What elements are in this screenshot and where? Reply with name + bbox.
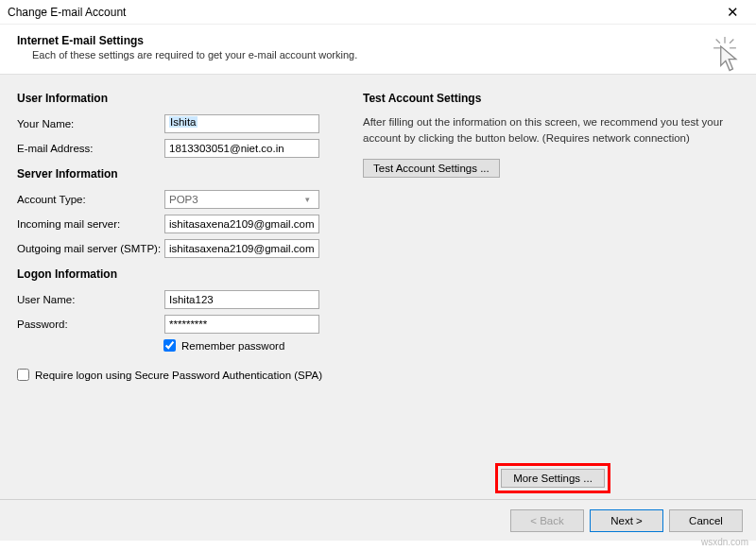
row-account-type: Account Type: POP3 ▾ bbox=[17, 190, 350, 209]
spa-checkbox[interactable] bbox=[17, 369, 29, 381]
remember-password-label: Remember password bbox=[181, 340, 284, 352]
chevron-down-icon: ▾ bbox=[300, 192, 315, 207]
account-type-label: Account Type: bbox=[17, 194, 164, 205]
row-outgoing: Outgoing mail server (SMTP): bbox=[17, 239, 350, 258]
outgoing-label: Outgoing mail server (SMTP): bbox=[17, 243, 164, 254]
row-incoming: Incoming mail server: bbox=[17, 215, 350, 233]
server-info-title: Server Information bbox=[17, 167, 350, 181]
svg-line-3 bbox=[716, 39, 720, 43]
header-heading: Internet E-mail Settings bbox=[17, 34, 739, 47]
email-label: E-mail Address: bbox=[17, 143, 164, 154]
titlebar: Change E-mail Account ✕ bbox=[0, 0, 756, 25]
password-field[interactable] bbox=[164, 315, 319, 334]
logon-info-title: Logon Information bbox=[17, 267, 350, 281]
body: User Information Your Name: Ishita E-mai… bbox=[0, 75, 756, 499]
remember-password-row: Remember password bbox=[163, 339, 350, 352]
row-password: Password: bbox=[17, 315, 350, 334]
back-button: < Back bbox=[510, 509, 584, 532]
email-field[interactable] bbox=[164, 139, 319, 158]
incoming-field[interactable] bbox=[164, 215, 319, 233]
window-title: Change E-mail Account bbox=[8, 6, 126, 19]
test-account-button[interactable]: Test Account Settings ... bbox=[363, 159, 500, 178]
remember-password-checkbox[interactable] bbox=[163, 339, 176, 352]
username-label: User Name: bbox=[17, 294, 164, 305]
header-sub: Each of these settings are required to g… bbox=[32, 49, 739, 60]
incoming-label: Incoming mail server: bbox=[17, 218, 164, 230]
outgoing-field[interactable] bbox=[164, 239, 319, 258]
test-settings-desc: After filling out the information on thi… bbox=[363, 114, 739, 147]
account-type-value: POP3 bbox=[169, 194, 198, 205]
right-column: Test Account Settings After filling out … bbox=[350, 92, 739, 490]
more-settings-highlight: More Settings ... bbox=[495, 463, 610, 493]
footer: < Back Next > Cancel wsxdn.com bbox=[0, 499, 756, 541]
more-settings-button[interactable]: More Settings ... bbox=[501, 469, 605, 488]
user-info-title: User Information bbox=[17, 92, 350, 105]
password-label: Password: bbox=[17, 319, 164, 330]
watermark: wsxdn.com bbox=[701, 537, 748, 547]
left-column: User Information Your Name: Ishita E-mai… bbox=[17, 92, 350, 490]
account-type-select: POP3 ▾ bbox=[164, 190, 319, 209]
row-your-name: Your Name: Ishita bbox=[17, 114, 350, 133]
spa-row: Require logon using Secure Password Auth… bbox=[17, 369, 350, 381]
your-name-label: Your Name: bbox=[17, 118, 164, 129]
close-icon[interactable]: ✕ bbox=[717, 2, 748, 23]
next-button[interactable]: Next > bbox=[590, 509, 663, 532]
username-field[interactable] bbox=[164, 290, 319, 309]
row-username: User Name: bbox=[17, 290, 350, 309]
row-email: E-mail Address: bbox=[17, 139, 350, 158]
your-name-field[interactable] bbox=[164, 114, 319, 133]
spa-label: Require logon using Secure Password Auth… bbox=[35, 370, 322, 381]
test-settings-title: Test Account Settings bbox=[363, 92, 739, 105]
cancel-button[interactable]: Cancel bbox=[669, 509, 743, 532]
header: Internet E-mail Settings Each of these s… bbox=[0, 25, 756, 75]
svg-line-4 bbox=[730, 39, 733, 43]
